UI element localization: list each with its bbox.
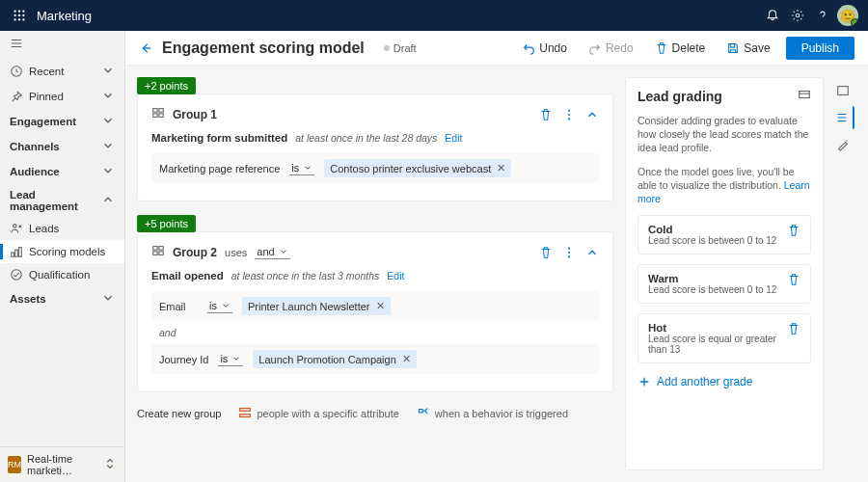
svg-rect-16 [153, 109, 157, 113]
nav-section-audience[interactable]: Audience [0, 159, 124, 184]
nav-pinned[interactable]: Pinned [0, 84, 124, 109]
operator-select[interactable]: is [218, 352, 243, 366]
operator-select[interactable]: is [207, 299, 232, 313]
area-label: Real-time marketi… [27, 453, 97, 476]
logic-select[interactable]: and [255, 245, 289, 259]
chevron-down-icon [101, 164, 115, 177]
group-icon [151, 244, 165, 257]
grade-card[interactable]: HotLead score is equal or greater than 1… [637, 313, 811, 363]
grade-name: Hot [648, 322, 779, 334]
rail-card-button[interactable] [831, 79, 854, 102]
notifications-button[interactable] [760, 3, 785, 28]
page-title: Engagement scoring model [162, 40, 365, 57]
chevron-down-icon [279, 247, 288, 256]
condition-edit-link[interactable]: Edit [387, 270, 404, 281]
chevron-down-icon [101, 114, 115, 127]
redo-button[interactable]: Redo [583, 38, 639, 59]
new-group-attribute[interactable]: people with a specific attribute [238, 406, 398, 421]
group-name[interactable]: Group 1 [173, 108, 217, 121]
add-grade-button[interactable]: Add another grade [637, 373, 811, 388]
panel-title: Lead grading [637, 89, 722, 104]
more-vertical-icon [562, 246, 576, 259]
new-group-bar: Create new group people with a specific … [137, 406, 613, 421]
svg-point-4 [18, 14, 20, 16]
svg-rect-17 [159, 109, 163, 113]
group-name[interactable]: Group 2 [173, 246, 217, 259]
panel-desc-2: Once the model goes live, you'll be able… [637, 165, 811, 206]
settings-button[interactable] [785, 3, 810, 28]
chevron-down-icon [231, 354, 241, 363]
chevron-down-icon [303, 163, 312, 173]
nav-label: Recent [29, 66, 64, 77]
help-button[interactable] [810, 3, 835, 28]
remove-token-button[interactable]: ✕ [376, 300, 385, 312]
value-token[interactable]: Contoso printer exclusive webcast✕ [324, 159, 511, 177]
group-delete-button[interactable] [539, 246, 553, 259]
group-delete-button[interactable] [539, 108, 553, 121]
nav-scoring-models[interactable]: Scoring models [0, 240, 124, 263]
app-launcher-button[interactable] [8, 4, 31, 27]
group-collapse-button[interactable] [585, 246, 599, 259]
group-collapse-button[interactable] [585, 108, 599, 121]
behavior-icon [417, 406, 430, 419]
save-button[interactable]: Save [720, 38, 775, 59]
area-badge: RM [8, 456, 21, 473]
nav-section-engagement[interactable]: Engagement [0, 109, 124, 134]
nav-leads[interactable]: Leads [0, 217, 124, 240]
grade-card[interactable]: WarmLead score is between 0 to 12 [637, 264, 811, 304]
grade-sub: Lead score is between 0 to 12 [648, 284, 776, 295]
field-name: Journey Id [159, 354, 208, 365]
and-label: and [159, 327, 599, 338]
trash-icon [539, 108, 553, 121]
filter-row: Journey Id is Launch Promotion Campaign✕ [151, 344, 599, 374]
group-more-button[interactable] [562, 108, 576, 121]
nav-qualification[interactable]: Qualification [0, 263, 124, 286]
condition-edit-link[interactable]: Edit [445, 132, 462, 144]
global-topbar: Marketing 🙂 [0, 0, 868, 31]
svg-rect-14 [19, 248, 22, 257]
rules-canvas: +2 points Group 1 Marketin [137, 77, 613, 470]
value-token[interactable]: Printer Launch Newsletter✕ [242, 297, 391, 315]
remove-token-button[interactable]: ✕ [497, 162, 505, 174]
account-menu[interactable]: 🙂 [835, 3, 860, 28]
grade-delete-button[interactable] [787, 273, 800, 289]
svg-rect-30 [240, 409, 251, 412]
card-icon [836, 84, 850, 97]
panel-view-toggle[interactable] [798, 88, 811, 104]
nav-label: Pinned [29, 91, 64, 102]
sidebar-toggle[interactable] [0, 31, 124, 59]
new-group-behavior[interactable]: when a behavior is triggered [417, 406, 568, 421]
save-icon [726, 41, 740, 55]
svg-point-22 [568, 118, 570, 120]
rail-list-button[interactable] [831, 106, 854, 129]
svg-rect-31 [240, 415, 251, 417]
svg-rect-23 [153, 247, 157, 251]
filter-row: Marketing page reference is Contoso prin… [151, 153, 599, 183]
undo-button[interactable]: Undo [516, 38, 573, 59]
avatar: 🙂 [837, 5, 858, 26]
nav-recent[interactable]: Recent [0, 59, 124, 84]
group-more-button[interactable] [562, 246, 576, 259]
trash-icon [787, 273, 800, 286]
svg-point-21 [568, 113, 570, 115]
publish-button[interactable]: Publish [786, 37, 854, 60]
scoring-icon [10, 245, 23, 258]
grade-delete-button[interactable] [787, 322, 800, 338]
svg-point-2 [22, 10, 24, 12]
operator-select[interactable]: is [289, 161, 314, 175]
chevron-down-icon [101, 89, 115, 102]
grade-delete-button[interactable] [787, 224, 800, 240]
delete-button[interactable]: Delete [649, 38, 712, 59]
grade-card[interactable]: ColdLead score is between 0 to 12 [637, 215, 811, 254]
nav-section-channels[interactable]: Channels [0, 134, 124, 159]
rail-edit-button[interactable] [831, 133, 854, 156]
nav-section-assets[interactable]: Assets [0, 286, 124, 311]
app-name: Marketing [37, 9, 92, 23]
pin-icon [10, 90, 23, 103]
remove-token-button[interactable]: ✕ [402, 353, 411, 365]
svg-rect-32 [800, 92, 810, 98]
area-switcher[interactable]: RM Real-time marketi… [0, 446, 124, 482]
value-token[interactable]: Launch Promotion Campaign✕ [253, 350, 416, 368]
nav-section-lead-management[interactable]: Lead management [0, 184, 124, 217]
back-button[interactable] [139, 41, 152, 55]
